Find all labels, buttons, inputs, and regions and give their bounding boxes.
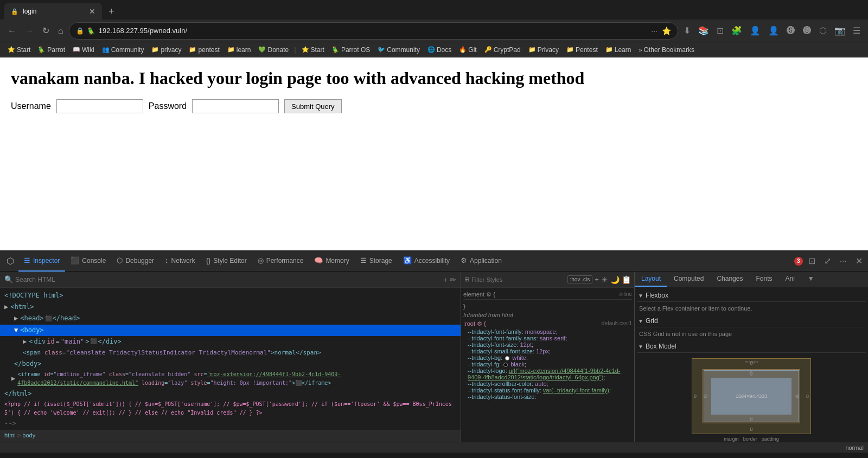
submit-button[interactable]: Submit Query [284,99,341,113]
new-tab-button[interactable]: + [104,5,119,18]
forward-button[interactable]: → [22,24,37,38]
breadcrumb-body[interactable]: body [22,432,35,438]
tab-network[interactable]: ↕ Network [159,251,201,272]
home-button[interactable]: ⌂ [55,24,67,38]
back-button[interactable]: ← [4,24,20,38]
expand-div-arrow[interactable]: ▶ [23,337,27,347]
profile3-button[interactable]: 🅢 [783,23,799,38]
breadcrumb-html[interactable]: html [4,432,16,438]
tab-debugger[interactable]: ⬡ Debugger [111,251,159,272]
more-icon[interactable]: ··· [651,27,658,35]
bookmark-community2[interactable]: 🐦Community [374,45,423,55]
expand-iframe-arrow[interactable]: ▶ [11,373,15,384]
bookmark-parrotos[interactable]: 🦜Parrot OS [329,45,373,55]
detach-button[interactable]: ⤢ [821,254,834,268]
html-line-body[interactable]: ▼ <body> [0,325,461,336]
layout-tab-more[interactable]: ▼ [801,272,821,287]
console-icon: ⬛ [71,256,79,265]
profile2-button[interactable]: 👤 [765,23,782,38]
bookmark-donate[interactable]: 💚Donate [255,45,292,55]
box-model-section-header[interactable]: ▼ Box Model [637,340,866,353]
parrot-icon: 🦜 [87,27,95,35]
address-bar[interactable]: 🔒 🦜 192.168.227.95/pwned.vuln/ ··· ⭐ [69,22,678,40]
style-editor-icon: {} [206,256,211,265]
bookmark-learn2[interactable]: 📁Learn [602,45,635,55]
bookmark-start2[interactable]: ⭐Start [298,45,328,55]
password-input[interactable] [192,99,279,113]
profile4-button[interactable]: 🅢 [800,23,815,38]
add-node-button[interactable]: + [443,275,448,284]
light-icon[interactable]: ☀ [601,275,608,284]
bookmark-parrot[interactable]: 🦜Parrot [35,45,68,55]
bookmark-docs[interactable]: 🌐Docs [424,45,455,55]
html-line-iframe[interactable]: ▶ <iframe id="cmdline_iframe" class="cle… [0,370,461,388]
sync-button[interactable]: ⊡ [713,23,727,38]
tab-style-editor[interactable]: {} Style Editor [201,251,252,272]
hov-button[interactable]: :hov .cls [567,275,593,283]
pick-element-button[interactable]: ⬡ [2,254,18,268]
bookmark-cryptpad[interactable]: 🔑CryptPad [481,45,524,55]
bookmark-privacy[interactable]: 📁privacy [148,45,184,55]
layout-tab-ani[interactable]: Ani [778,272,801,287]
tab-memory[interactable]: 🧠 Memory [309,251,354,272]
dark-icon[interactable]: 🌙 [610,275,620,284]
expand-arrow[interactable]: ▶ [4,302,8,312]
element-style-header: element ⚙ { inline [463,290,632,300]
extensions-button[interactable]: ⬡ [816,23,830,38]
layout-tab-fonts[interactable]: Fonts [749,272,778,287]
tab-inspector[interactable]: ☰ Inspector [18,251,65,272]
styles-filter-input[interactable] [471,276,565,283]
expand-arrow-body[interactable]: ▼ [14,325,18,336]
downloads-button[interactable]: ⬇ [680,23,694,38]
tab-bar: 🔒 login ✕ + [0,0,868,20]
flexbox-note: Select a Flex container or item to conti… [639,305,752,312]
grid-section-body: CSS Grid is not in use on this page [637,327,866,340]
username-input[interactable] [56,99,143,113]
screenshot-button[interactable]: 📷 [831,23,848,38]
tab-accessibility[interactable]: ♿ Accessibility [398,251,455,272]
addon-button[interactable]: 🧩 [728,23,745,38]
html-line-doctype: <!DOCTYPE html> [0,290,461,301]
layout-tab-layout[interactable]: Layout [635,272,667,287]
expand-arrow-head[interactable]: ▶ [14,313,18,324]
devtools-toolbar: ⬡ ☰ Inspector ⬛ Console ⬡ Debugger ↕ Net… [0,251,868,272]
bookmark-community[interactable]: 👥Community [99,45,148,55]
layout-tab-computed[interactable]: Computed [667,272,710,287]
layout-tab-changes[interactable]: Changes [710,272,749,287]
bookmark-star-icon[interactable]: ⭐ [662,27,671,35]
reload-button[interactable]: ↻ [39,23,53,38]
active-tab[interactable]: 🔒 login ✕ [4,3,102,20]
bookmarks-button[interactable]: 📚 [695,23,712,38]
flexbox-section-header[interactable]: ▼ Flexbox [637,289,866,302]
tab-close-button[interactable]: ✕ [89,7,95,16]
bookmark-pentest[interactable]: 📁pentest [186,45,222,55]
menu-button[interactable]: ☰ [850,23,864,38]
html-search-input[interactable] [15,276,441,283]
styles-toolbar: ⊞ :hov .cls + ☀ 🌙 📋 [461,272,634,288]
tab-application[interactable]: ⚙ Application [455,251,507,272]
bookmark-start[interactable]: ⭐Start [4,45,34,55]
bookmark-learn[interactable]: 📁learn [224,45,254,55]
devtools-more-button[interactable]: ··· [837,254,850,268]
page-heading: vanakam nanba. I hacked your login page … [11,68,857,88]
html-line-html-close: </html> [0,388,461,399]
bookmark-wiki[interactable]: 📖Wiki [69,45,98,55]
profile-button[interactable]: 👤 [746,23,764,38]
bookmark-pentest2[interactable]: 📁Pentest [563,45,601,55]
split-pane-button[interactable]: ⊡ [805,254,819,268]
html-line-head[interactable]: ▶ <head>⬛</head> [0,313,461,324]
bookmark-git[interactable]: 🔥Git [456,45,480,55]
html-line-div-main[interactable]: ▶ <div id="main">⬛</div> [0,336,461,347]
tab-performance[interactable]: ◎ Performance [252,251,309,272]
add-rule-button[interactable]: + [595,275,599,283]
margin-left-num: 8 [694,394,697,399]
bookmark-privacy2[interactable]: 📁Privacy [525,45,562,55]
tab-storage[interactable]: ☰ Storage [355,251,398,272]
tab-console[interactable]: ⬛ Console [65,251,111,272]
html-line-html[interactable]: ▶ <html> [0,301,461,313]
pick-node-button[interactable]: ✏ [450,275,456,284]
bookmark-other[interactable]: »Other Bookmarks [635,45,698,55]
screenshot-style-button[interactable]: 📋 [622,275,631,284]
close-devtools-button[interactable]: ✕ [852,254,866,268]
grid-section-header[interactable]: ▼ Grid [637,315,866,327]
